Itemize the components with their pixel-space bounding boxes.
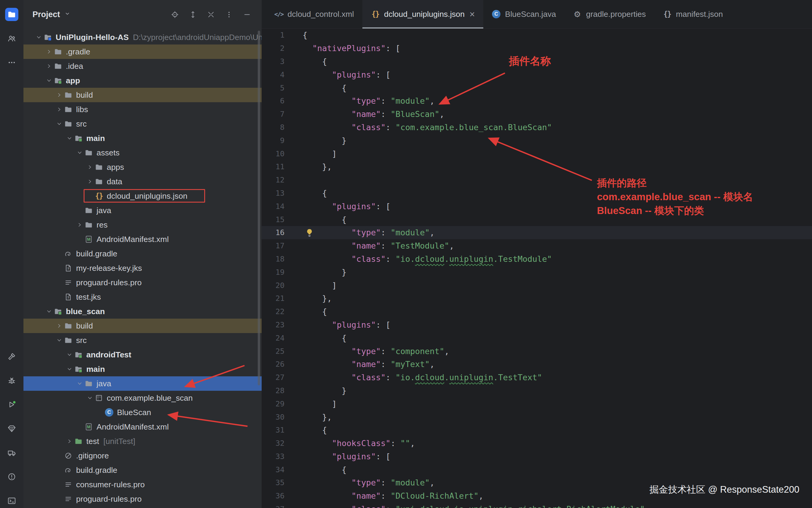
problems-circle-icon[interactable] — [5, 470, 18, 483]
tab-BlueScan.java[interactable]: CBlueScan.java — [483, 0, 564, 28]
chevron-down-icon[interactable] — [44, 76, 53, 85]
code-token: "type" — [352, 347, 381, 356]
chevron-down-icon[interactable] — [55, 119, 64, 128]
tree-row-src[interactable]: src — [24, 333, 261, 347]
run-play-icon[interactable] — [5, 398, 18, 411]
chevron-spacer — [75, 235, 84, 244]
code-editor[interactable]: 1{2 "nativePlugins": [3 {4 "plugins": [5… — [261, 29, 812, 508]
tree-row-com.example.blue_scan[interactable]: com.example.blue_scan — [24, 391, 261, 405]
tree-row-data[interactable]: data — [24, 174, 261, 189]
module-folder-icon — [74, 350, 83, 359]
tree-item-label: java — [96, 206, 111, 215]
tree-item-label: src — [76, 119, 87, 129]
more-options-icon[interactable] — [223, 9, 235, 20]
tab-dcloud_control.xml[interactable]: </>dcloud_control.xml — [266, 0, 362, 28]
chevron-down-icon[interactable] — [75, 379, 84, 388]
chevron-right-icon[interactable] — [85, 177, 94, 186]
line-number: 10 — [261, 150, 284, 158]
tree-row-consumer-rules.pro[interactable]: consumer-rules.pro — [24, 477, 261, 492]
tree-row-androidmanifest.xml[interactable]: MAndroidManifest.xml — [24, 420, 261, 434]
chevron-right-icon[interactable] — [55, 90, 64, 99]
tree-row-proguard-rules.pro[interactable]: proguard-rules.pro — [24, 276, 261, 290]
resource-gem-icon[interactable] — [5, 422, 18, 435]
collapse-all-icon[interactable] — [205, 9, 216, 20]
build-hammer-icon[interactable] — [5, 350, 18, 363]
code-token — [302, 359, 352, 369]
tree-row-libs[interactable]: libs — [24, 102, 261, 117]
tree-row-assets[interactable]: assets — [24, 145, 261, 160]
tree-row-build.gradle[interactable]: build.gradle — [24, 463, 261, 477]
tree-row-bluescan[interactable]: CBlueScan — [24, 405, 261, 420]
code-line-17: 17 "name": "TestModule", — [261, 239, 812, 253]
tree-row-dcloud_uniplugins.json[interactable]: {}dcloud_uniplugins.json — [24, 189, 261, 203]
tree-row-app[interactable]: app — [24, 73, 261, 88]
tree-row-proguard-rules.pro[interactable]: proguard-rules.pro — [24, 492, 261, 506]
tree-row-.gradle[interactable]: .gradle — [24, 44, 261, 59]
chevron-right-icon[interactable] — [85, 163, 94, 172]
chevron-down-icon[interactable] — [65, 350, 74, 359]
code-text: "name": "TestModule", — [302, 241, 454, 250]
tree-row-androidmanifest.xml[interactable]: MAndroidManifest.xml — [24, 232, 261, 247]
code-token: "uni.dcloud.io.uniplugin_richalert.RichA… — [396, 504, 645, 508]
expand-all-icon[interactable] — [187, 9, 199, 20]
line-number: 22 — [261, 307, 284, 316]
tree-row-src[interactable]: src — [24, 117, 261, 131]
tree-row-my-release-key.jks[interactable]: ?my-release-key.jks — [24, 261, 261, 276]
tree-row-.gitignore[interactable]: .gitignore — [24, 449, 261, 463]
chevron-right-icon[interactable] — [75, 220, 84, 229]
tree-row-res[interactable]: res — [24, 218, 261, 232]
tree-row-java[interactable]: java — [24, 203, 261, 218]
chevron-right-icon[interactable] — [44, 61, 53, 71]
code-token: "component" — [391, 347, 445, 356]
more-horizontal-icon[interactable] — [5, 56, 18, 69]
tree-row-java[interactable]: java — [24, 376, 261, 391]
code-text: "class": "io.dcloud.uniplugin.TestModule… — [302, 254, 552, 264]
code-text: { — [302, 307, 327, 316]
chevron-down-icon[interactable] — [34, 33, 43, 42]
chevron-down-icon[interactable] — [75, 148, 84, 157]
project-panel-toolbar — [169, 9, 253, 20]
tab-dcloud_uniplugins.json[interactable]: {}dcloud_uniplugins.json× — [362, 0, 483, 28]
tree-row-build[interactable]: build — [24, 319, 261, 333]
chevron-down-icon[interactable] — [44, 307, 53, 316]
chevron-right-icon[interactable] — [55, 321, 64, 330]
code-token: uniplugin — [449, 254, 493, 264]
tree-row-test.jks[interactable]: ?test.jks — [24, 290, 261, 304]
project-panel-title[interactable]: Project — [33, 10, 71, 19]
tree-row-apps[interactable]: apps — [24, 160, 261, 174]
tree-row-main[interactable]: main — [24, 131, 261, 145]
intention-bulb-icon[interactable] — [304, 227, 315, 238]
chevron-down-icon[interactable] — [55, 336, 64, 345]
line-number: 17 — [261, 241, 284, 250]
tree-row-build.gradle[interactable]: build.gradle — [24, 247, 261, 261]
locate-icon[interactable] — [169, 9, 180, 20]
code-line-5: 5 { — [261, 81, 812, 94]
tree-row-main[interactable]: main — [24, 362, 261, 376]
chevron-right-icon[interactable] — [65, 437, 74, 446]
code-token: ] — [302, 149, 337, 158]
tree-row-blue_scan[interactable]: blue_scan — [24, 304, 261, 319]
tree-row-build[interactable]: build — [24, 88, 261, 102]
hide-icon[interactable] — [241, 9, 253, 20]
tab-gradle.properties[interactable]: ⚙gradle.properties — [565, 0, 654, 28]
tree-row-uniplugin-hello-as[interactable]: UniPlugin-Hello-ASD:\zyproject\androidUn… — [24, 30, 261, 44]
chevron-down-icon[interactable] — [85, 393, 94, 403]
chevron-down-icon[interactable] — [65, 365, 74, 374]
tree-row-androidtest[interactable]: androidTest — [24, 347, 261, 362]
tab-manifest.json[interactable]: {}manifest.json — [654, 0, 731, 28]
project-tree-scrollbar[interactable] — [258, 31, 260, 385]
terminal-icon[interactable] — [5, 494, 18, 507]
tree-row-test[interactable]: test[unitTest] — [24, 434, 261, 449]
debug-bug-icon[interactable] — [5, 374, 18, 387]
code-token: . — [444, 254, 449, 264]
chevron-right-icon[interactable] — [44, 47, 53, 56]
tree-row-.idea[interactable]: .idea — [24, 59, 261, 73]
device-truck-icon[interactable] — [5, 446, 18, 459]
chevron-right-icon[interactable] — [55, 105, 64, 114]
code-line-2: 2 "nativePlugins": [ — [261, 42, 812, 55]
chevron-down-icon[interactable] — [65, 134, 74, 143]
close-tab-icon[interactable]: × — [470, 10, 475, 19]
project-folder-icon[interactable] — [5, 8, 18, 21]
tree-item-label: libs — [76, 105, 88, 114]
users-icon[interactable] — [5, 32, 18, 45]
